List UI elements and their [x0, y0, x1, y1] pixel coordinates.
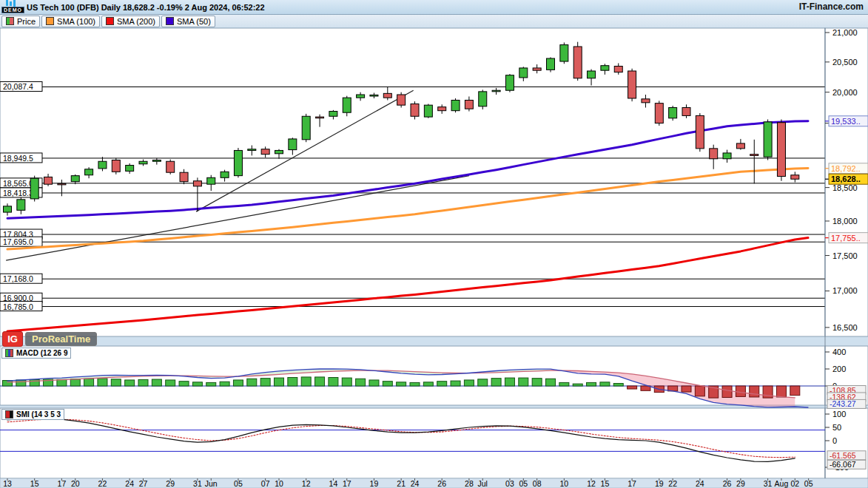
candle[interactable]	[710, 149, 718, 159]
candle[interactable]	[30, 178, 38, 199]
candle[interactable]	[302, 116, 310, 140]
candle[interactable]	[289, 139, 297, 150]
candle[interactable]	[207, 177, 215, 184]
legend-chip-sma-100-[interactable]: SMA (100)	[41, 16, 100, 27]
candle[interactable]	[329, 112, 337, 117]
candle[interactable]	[316, 117, 324, 118]
date-label: 13	[3, 479, 12, 488]
candle[interactable]	[58, 183, 66, 185]
macd-hist-bar	[98, 379, 107, 386]
candle[interactable]	[642, 99, 650, 103]
smi-panel[interactable]	[0, 408, 825, 478]
price-label: 19,533..	[831, 117, 861, 126]
candle[interactable]	[505, 75, 514, 91]
legend-chip-price[interactable]: Price	[1, 16, 40, 27]
candle[interactable]	[465, 100, 473, 109]
candle[interactable]	[736, 143, 744, 149]
date-label: 22	[668, 479, 677, 488]
candle[interactable]	[696, 115, 704, 148]
candle[interactable]	[533, 68, 541, 70]
candle[interactable]	[112, 160, 120, 172]
candle[interactable]	[723, 153, 731, 159]
candle[interactable]	[234, 150, 242, 175]
candle[interactable]	[71, 176, 79, 182]
candle[interactable]	[383, 93, 391, 98]
candle[interactable]	[275, 150, 283, 153]
chart-title: US Tech 100 (DFB) Daily 18,628.2 -0.19% …	[27, 3, 265, 12]
candle[interactable]	[601, 66, 609, 70]
candle[interactable]	[248, 149, 256, 151]
candle[interactable]	[614, 67, 622, 72]
candle[interactable]	[438, 107, 446, 111]
candle[interactable]	[519, 68, 528, 78]
brand-link[interactable]: IT-Finance.com	[799, 1, 864, 12]
macd-hist-bar	[505, 378, 514, 386]
candle[interactable]	[547, 58, 555, 70]
candle[interactable]	[628, 71, 636, 98]
smi-indicator-chip[interactable]: SMI (14 3 5 3	[1, 409, 64, 420]
candle[interactable]	[479, 92, 487, 106]
date-label: 21	[397, 479, 406, 488]
candle[interactable]	[451, 100, 460, 110]
candle[interactable]	[777, 123, 785, 177]
candle[interactable]	[98, 161, 107, 169]
price-panel[interactable]	[0, 28, 825, 336]
legend-chip-sma-50-[interactable]: SMA (50)	[161, 16, 215, 27]
candle[interactable]	[655, 104, 663, 123]
macd-hist-bar	[410, 382, 420, 386]
date-label: 02	[790, 479, 799, 488]
candle[interactable]	[357, 95, 365, 98]
candle[interactable]	[764, 122, 772, 157]
candle[interactable]	[588, 71, 596, 78]
candle[interactable]	[397, 95, 406, 105]
candle[interactable]	[343, 98, 351, 112]
candle[interactable]	[560, 45, 568, 61]
macd-hist-bar	[16, 380, 26, 386]
macd-hist-bar	[722, 386, 732, 398]
candle[interactable]	[126, 166, 134, 172]
candle[interactable]	[193, 181, 201, 186]
date-label: Aug	[775, 479, 789, 488]
candle[interactable]	[669, 108, 677, 118]
macd-hist-bar	[84, 379, 94, 386]
candle[interactable]	[180, 172, 188, 181]
candle[interactable]	[166, 161, 175, 172]
candle[interactable]	[492, 90, 500, 92]
candle[interactable]	[85, 169, 93, 175]
candle[interactable]	[4, 206, 12, 212]
macd-hist-bar	[342, 378, 351, 386]
macd-tick-label: 200	[832, 365, 846, 373]
macd-hist-bar	[138, 379, 148, 386]
date-label: 10	[275, 479, 283, 488]
trading-app: DEMO US Tech 100 (DFB) Daily 18,628.2 -0…	[0, 0, 868, 488]
price-tick-label: 17,500	[832, 251, 858, 260]
candle[interactable]	[139, 161, 147, 164]
macd-hist-bar	[628, 386, 637, 389]
candle[interactable]	[682, 108, 690, 116]
candle[interactable]	[750, 155, 758, 156]
candle[interactable]	[411, 104, 419, 116]
price-label: 17,755..	[831, 234, 861, 243]
legend-chip-sma-200-[interactable]: SMA (200)	[101, 16, 160, 27]
candle[interactable]	[573, 47, 582, 78]
candle[interactable]	[424, 105, 432, 117]
candle[interactable]	[261, 149, 269, 155]
candle[interactable]	[370, 95, 378, 96]
candle[interactable]	[152, 160, 161, 162]
macd-hist-bar	[491, 379, 501, 386]
candle[interactable]	[791, 175, 799, 179]
candle[interactable]	[221, 172, 229, 177]
macd-hist-bar	[682, 386, 691, 392]
legend-label: SMA (200)	[117, 17, 155, 26]
macd-hist-bar	[369, 380, 379, 386]
candle[interactable]	[44, 177, 53, 184]
date-label: 05	[234, 479, 243, 488]
price-tick-label: 20,500	[832, 58, 858, 67]
macd-hist-bar	[451, 381, 460, 386]
ig-prorealtime-logo[interactable]: IG ProRealTime	[2, 331, 97, 347]
level-label: 17,168.0	[3, 274, 33, 283]
macd-indicator-chip[interactable]: MACD (12 26 9	[1, 348, 71, 359]
candle[interactable]	[17, 200, 25, 211]
price-tick-label: 18,000	[832, 217, 858, 226]
chart-canvas[interactable]: 20,087.418,949.518,565.018,418.317,804.3…	[0, 27, 868, 488]
